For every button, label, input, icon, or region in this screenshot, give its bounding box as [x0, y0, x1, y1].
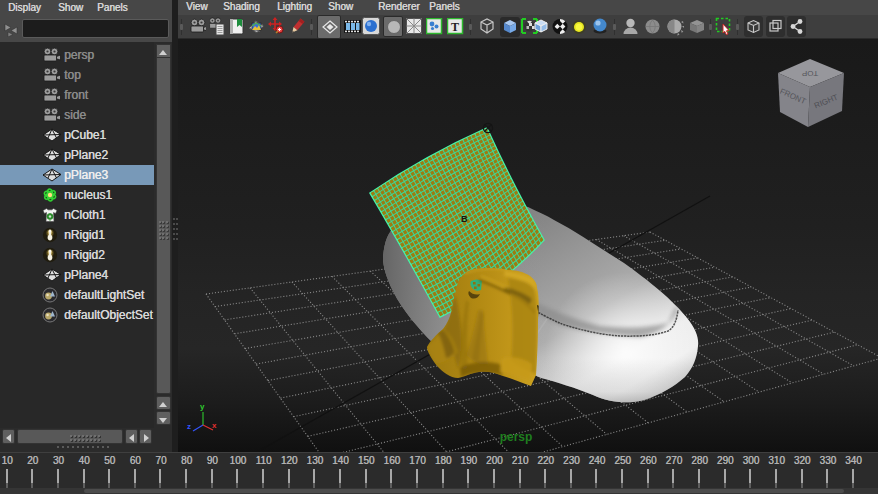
svg-text:TOP: TOP [802, 69, 818, 78]
svg-text:z: z [187, 422, 191, 431]
svg-text:B: B [461, 214, 468, 224]
svg-text:persp: persp [500, 430, 533, 444]
svg-text:x: x [212, 421, 217, 430]
svg-text:y: y [200, 402, 205, 411]
